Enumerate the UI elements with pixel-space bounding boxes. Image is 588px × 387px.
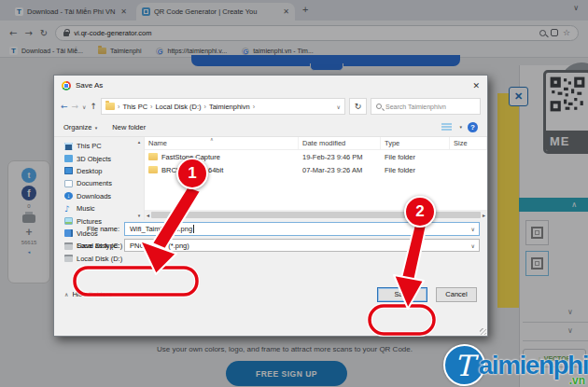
sort-ascending-icon: ∧ — [210, 136, 214, 142]
dialog-toolbar: Organize ▾ New folder ▾ ? — [54, 117, 487, 137]
folder-icon — [148, 166, 158, 173]
scroll-down-icon[interactable]: ▾ — [138, 213, 141, 218]
scroll-left-icon[interactable]: ◂ — [147, 212, 149, 218]
step-1-badge: 1 — [176, 158, 208, 189]
computer-icon — [64, 143, 73, 150]
sidebar-item-3d-objects[interactable]: 3D Objects — [54, 152, 134, 164]
file-name-value: Wifi_Taimienphi.png — [130, 225, 192, 233]
column-date-modified[interactable]: Date modified — [299, 137, 381, 149]
search-input[interactable]: Search Taimienphivn — [371, 98, 481, 115]
places-sidebar: This PC 3D Objects Desktop Documents ↓Do… — [54, 137, 134, 220]
organize-menu-button[interactable]: Organize ▾ — [63, 123, 97, 131]
breadcrumb-this-pc[interactable]: This PC — [122, 103, 147, 111]
download-arrow-icon: ↓ — [64, 192, 73, 200]
view-options-icon[interactable] — [441, 123, 452, 131]
close-icon[interactable]: ✕ — [472, 81, 480, 90]
document-icon — [64, 180, 73, 187]
chevron-down-icon[interactable]: ▾ — [459, 124, 462, 130]
help-icon[interactable]: ? — [468, 122, 478, 132]
sidebar-scrollbar[interactable]: ▴ ▾ — [134, 137, 144, 220]
cancel-button[interactable]: Cancel — [436, 287, 477, 302]
save-button[interactable]: Save — [377, 287, 427, 302]
screen: T Download - Tải Miễn Phí VN - Ph ✕ QR C… — [0, 0, 588, 387]
sidebar-item-this-pc[interactable]: This PC — [54, 140, 134, 152]
new-folder-button[interactable]: New folder — [112, 123, 146, 131]
sidebar-item-documents[interactable]: Documents — [54, 177, 134, 189]
desktop-icon — [64, 167, 73, 174]
music-note-icon: ♪ — [64, 205, 73, 213]
sidebar-item-desktop[interactable]: Desktop — [54, 165, 134, 177]
cube-icon — [64, 155, 73, 162]
save-type-value: PNG Image (*.png) — [130, 242, 189, 250]
hide-folders-button[interactable]: ∧ Hide Folders — [64, 290, 112, 298]
save-type-label: Save as type: — [62, 242, 119, 250]
list-column-headers: Name∧ Date modified Type Size — [145, 137, 487, 150]
chevron-down-icon: ▾ — [93, 125, 97, 131]
search-icon — [376, 104, 382, 109]
sidebar-item-downloads[interactable]: ↓Downloads — [54, 190, 134, 202]
up-one-level-icon[interactable]: ↑ — [91, 102, 98, 111]
sidebar-item-music[interactable]: ♪Music — [54, 202, 134, 214]
chevron-down-icon[interactable]: ∨ — [471, 226, 475, 232]
chevron-down-icon[interactable]: ∨ — [337, 104, 341, 110]
column-name[interactable]: Name∧ — [145, 137, 299, 149]
folder-icon — [148, 153, 158, 160]
file-name-label: File name: — [62, 225, 119, 233]
refresh-button[interactable]: ↻ — [349, 98, 367, 115]
scroll-up-icon[interactable]: ▴ — [138, 139, 141, 145]
chevron-down-icon: ∨ — [471, 242, 475, 249]
resize-grip[interactable] — [480, 328, 486, 335]
dialog-nav-row: ← → ∨ ↑ › This PC › Local Disk (D:) › Ta… — [54, 95, 487, 117]
column-type[interactable]: Type — [381, 137, 450, 149]
back-icon[interactable]: ← — [61, 102, 68, 111]
text-caret — [193, 225, 194, 233]
step-2-badge: 2 — [404, 196, 436, 228]
breadcrumb-drive[interactable]: Local Disk (D:) — [155, 103, 201, 111]
folder-icon — [105, 103, 115, 110]
dialog-button-row: ∧ Hide Folders Save Cancel — [54, 254, 487, 337]
chevron-up-icon: ∧ — [64, 291, 68, 297]
chrome-icon — [62, 81, 71, 90]
breadcrumb[interactable]: › This PC › Local Disk (D:) › Taimienphi… — [101, 98, 345, 115]
save-type-select[interactable]: PNG Image (*.png) ∨ — [124, 239, 480, 252]
breadcrumb-folder[interactable]: Taimienphivn — [209, 103, 250, 111]
search-placeholder: Search Taimienphivn — [385, 104, 446, 110]
dialog-title: Save As — [76, 81, 103, 90]
dialog-title-bar[interactable]: Save As ✕ — [54, 76, 487, 95]
scroll-right-icon[interactable]: ▸ — [483, 212, 485, 218]
forward-icon[interactable]: → — [72, 102, 79, 111]
save-type-row: Save as type: PNG Image (*.png) ∨ — [54, 238, 487, 254]
taimienphi-watermark: T aimienphi .vn — [443, 344, 588, 386]
recent-locations-chevron-icon[interactable]: ∨ — [82, 104, 86, 110]
column-size[interactable]: Size — [450, 137, 487, 149]
